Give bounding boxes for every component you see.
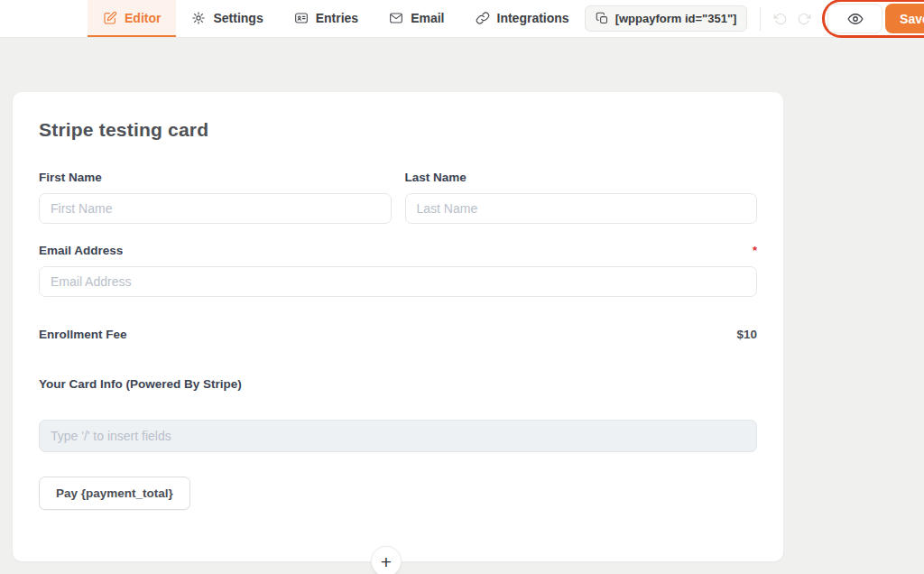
form-title: Stripe testing card [39, 119, 757, 141]
card-info-field: Your Card Info (Powered By Stripe) [39, 375, 757, 392]
tab-label: Email [411, 11, 444, 25]
tab-label: Settings [213, 11, 263, 25]
last-name-field: Last Name [405, 171, 758, 224]
first-name-input[interactable] [39, 193, 392, 224]
shortcode-text: [wppayform id="351"] [615, 12, 737, 25]
save-button[interactable]: Save [885, 4, 924, 33]
tab-label: Editor [125, 11, 161, 25]
tab-label: Integrations [497, 11, 569, 25]
tab-email[interactable]: Email [374, 0, 459, 37]
email-field: Email Address * [39, 244, 757, 297]
undo-button[interactable] [770, 9, 790, 29]
link-icon [476, 11, 490, 25]
tab-integrations[interactable]: Integrations [460, 0, 585, 37]
form-card: Stripe testing card First Name Last Name… [13, 92, 783, 561]
enrollment-fee-amount: $10 [736, 328, 757, 341]
tab-entries[interactable]: Entries [279, 0, 374, 37]
toolbar-divider [760, 7, 761, 31]
tab-editor[interactable]: Editor [88, 0, 176, 37]
shortcode-copy-button[interactable]: [wppayform id="351"] [585, 5, 748, 32]
plus-icon: + [381, 552, 392, 571]
name-fields-row: First Name Last Name [39, 171, 757, 224]
card-info-label: Your Card Info (Powered By Stripe) [39, 377, 242, 391]
email-label: Email Address [39, 244, 123, 257]
form-nav-tabs: Editor Settings Entries Email Integratio… [88, 0, 585, 37]
insert-fields-input[interactable] [39, 420, 757, 452]
toolbar-actions: [wppayform id="351"] Save [585, 0, 924, 37]
top-toolbar: Editor Settings Entries Email Integratio… [0, 0, 924, 38]
pay-button[interactable]: Pay {payment_total} [39, 477, 190, 510]
undo-icon [773, 12, 787, 25]
redo-button[interactable] [794, 9, 814, 29]
entries-card-icon [294, 11, 309, 25]
copy-icon [596, 12, 609, 25]
redo-icon [798, 12, 811, 25]
last-name-input[interactable] [405, 193, 758, 224]
first-name-label: First Name [39, 171, 102, 184]
preview-button[interactable] [827, 4, 882, 33]
required-asterisk: * [753, 244, 757, 257]
email-icon [389, 11, 403, 25]
edit-icon [103, 11, 117, 25]
email-input[interactable] [39, 266, 757, 297]
tab-label: Entries [316, 11, 358, 25]
gear-icon [191, 11, 206, 25]
highlight-annotation: Save [822, 0, 924, 38]
last-name-label: Last Name [405, 171, 467, 184]
first-name-field: First Name [39, 171, 392, 224]
add-field-button[interactable]: + [371, 546, 402, 574]
enrollment-fee-row: Enrollment Fee $10 [39, 328, 757, 341]
tab-settings[interactable]: Settings [176, 0, 278, 37]
eye-icon [847, 11, 864, 27]
enrollment-fee-label: Enrollment Fee [39, 328, 127, 341]
